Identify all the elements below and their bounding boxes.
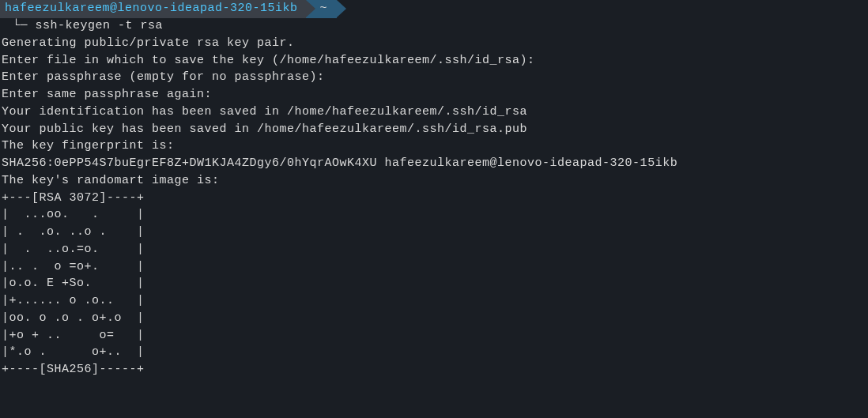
output-line: SHA256:0ePP54S7buEgrEF8Z+DW1KJA4ZDgy6/0h… [0,155,868,172]
randomart-row: | . .o. ..o . | [0,224,868,241]
output-line: The key fingerprint is: [0,137,868,155]
prompt-end-icon [337,0,346,17]
output-line: Your public key has been saved in /home/… [0,121,868,138]
output-line: Enter same passphrase again: [0,86,868,104]
output-line: Enter passphrase (empty for no passphras… [0,69,868,86]
randomart-border-top: +---[RSA 3072]----+ [0,190,868,207]
output-line: The key's randomart image is: [0,172,868,190]
terminal-window[interactable]: hafeezulkareem@lenovo-ideapad-320-15ikb … [0,0,868,378]
randomart-row: | ...oo. . | [0,206,868,224]
randomart-row: |+o + .. o= | [0,327,868,345]
randomart-row: |.. . o =o+. | [0,258,868,276]
output-line: Enter file in which to save the key (/ho… [0,52,868,70]
randomart-row: |*.o . o+.. | [0,344,868,361]
prompt-user-host: hafeezulkareem@lenovo-ideapad-320-15ikb [0,0,306,18]
command-text: ssh-keygen -t rsa [36,19,164,32]
randomart-border-bottom: +----[SHA256]-----+ [0,361,868,378]
prompt-separator-icon [306,0,315,17]
randomart-row: |o.o. E +So. | [0,275,868,292]
output-line: Your identification has been saved in /h… [0,104,868,121]
tree-branch-icon: └─ [2,19,28,32]
randomart-row: | . ..o.=o. | [0,241,868,258]
output-line: Generating public/private rsa key pair. [0,35,868,52]
command-line: └─ ssh-keygen -t rsa [0,17,868,35]
randomart-row: |+...... o .o.. | [0,292,868,310]
prompt-line: hafeezulkareem@lenovo-ideapad-320-15ikb … [0,0,868,17]
randomart-row: |oo. o .o . o+.o | [0,310,868,327]
